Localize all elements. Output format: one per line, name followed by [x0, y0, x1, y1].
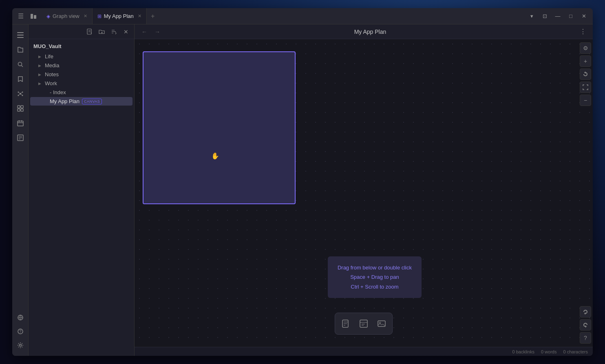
- svg-rect-2: [17, 32, 24, 33]
- new-note-button[interactable]: [84, 27, 94, 37]
- svg-line-12: [18, 92, 20, 94]
- zoom-in-button[interactable]: +: [580, 55, 591, 67]
- minimize-button[interactable]: —: [552, 11, 563, 22]
- canvas-viewport[interactable]: ✋ Drag from below or double click Space …: [135, 39, 593, 347]
- sidebar-icon-publish[interactable]: [14, 311, 27, 324]
- back-button[interactable]: ←: [139, 27, 149, 37]
- svg-rect-3: [17, 35, 24, 35]
- word-count: 0 words: [541, 349, 557, 354]
- zoom-out-button[interactable]: −: [580, 95, 591, 106]
- add-card-button[interactable]: [355, 315, 372, 332]
- tab-graph-view[interactable]: ◈ Graph view ✕: [42, 8, 93, 24]
- svg-rect-45: [360, 320, 367, 327]
- svg-text:?: ?: [19, 329, 22, 334]
- canvas-settings-button[interactable]: ⚙: [580, 42, 591, 54]
- sidebar-icon-calendar[interactable]: [14, 117, 27, 130]
- undo-button[interactable]: [580, 306, 591, 318]
- sort-button[interactable]: [109, 27, 119, 37]
- graph-view-icon: ◈: [46, 13, 50, 19]
- sidebar-icon-pages[interactable]: [14, 131, 27, 144]
- svg-rect-16: [18, 106, 20, 108]
- close-panel-button[interactable]: ✕: [121, 27, 131, 37]
- title-bar-right: ▾ ⊡ — □ ✕: [523, 11, 593, 22]
- reset-zoom-button[interactable]: [580, 68, 591, 80]
- sidebar-icon-settings[interactable]: [14, 339, 27, 352]
- split-view-button[interactable]: ⊡: [539, 11, 550, 22]
- svg-rect-4: [17, 37, 24, 38]
- tree-item-life[interactable]: ▶ Life: [30, 52, 132, 61]
- close-button[interactable]: ✕: [578, 11, 590, 22]
- tree-item-work[interactable]: ▶ Work: [30, 79, 132, 88]
- svg-rect-20: [18, 121, 23, 126]
- tree-label-notes: Notes: [45, 71, 59, 77]
- files-icon[interactable]: [28, 10, 38, 23]
- editor-title: My App Plan: [166, 29, 575, 35]
- fit-view-button[interactable]: [580, 82, 591, 93]
- tooltip-line1: Drag from below or double click: [338, 263, 412, 272]
- backlinks-count: 0 backlinks: [512, 349, 534, 354]
- sidebar-icon-bookmarks[interactable]: [14, 73, 27, 86]
- svg-point-32: [19, 344, 21, 346]
- add-media-button[interactable]: [373, 315, 390, 332]
- toggle-sidebar-icon[interactable]: ☰: [15, 10, 26, 23]
- tab-my-app-plan-label: My App Plan: [104, 13, 134, 19]
- tooltip-line3: Ctrl + Scroll to zoom: [338, 282, 412, 291]
- tree-item-index[interactable]: ▶ - Index: [30, 88, 132, 97]
- svg-rect-17: [21, 106, 23, 108]
- sidebar-icon-graph[interactable]: [14, 87, 27, 100]
- tab-list-button[interactable]: ▾: [526, 11, 537, 22]
- editor-menu-button[interactable]: ⋮: [578, 27, 588, 37]
- file-panel-toolbar: ✕: [29, 24, 134, 39]
- svg-line-14: [18, 94, 20, 95]
- sidebar-icon-bar: ?: [12, 24, 29, 356]
- svg-rect-1: [34, 15, 36, 19]
- sidebar-icon-canvas[interactable]: [14, 102, 27, 115]
- tree-arrow-media: ▶: [38, 64, 44, 68]
- svg-rect-0: [31, 14, 33, 19]
- title-bar-left: ☰: [12, 9, 42, 24]
- char-count: 0 characters: [563, 349, 588, 354]
- sidebar-icon-search[interactable]: [14, 58, 27, 71]
- tree-label-work: Work: [45, 80, 57, 86]
- forward-button[interactable]: →: [152, 27, 162, 37]
- canvas-help-button[interactable]: ?: [580, 332, 591, 344]
- tab-my-app-plan-close[interactable]: ✕: [138, 13, 141, 19]
- canvas-badge: CANVAS: [82, 99, 102, 104]
- tree-label-media: Media: [45, 62, 59, 68]
- tab-graph-view-close[interactable]: ✕: [84, 13, 87, 19]
- svg-rect-19: [21, 109, 23, 111]
- sidebar-icon-files[interactable]: [14, 43, 27, 56]
- canvas-tooltip: Drag from below or double click Space + …: [328, 256, 422, 298]
- file-panel: ✕ MUO_Vault ▶ Life ▶ Media ▶ Notes: [29, 24, 135, 356]
- tree-arrow-life: ▶: [38, 55, 44, 59]
- tree-item-media[interactable]: ▶ Media: [30, 61, 132, 70]
- maximize-button[interactable]: □: [565, 11, 576, 22]
- tree-label-life: Life: [45, 53, 53, 60]
- file-tree: MUO_Vault ▶ Life ▶ Media ▶ Notes: [29, 39, 134, 356]
- vault-name: MUO_Vault: [29, 41, 134, 52]
- tab-graph-view-label: Graph view: [53, 13, 79, 19]
- add-tab-button[interactable]: +: [147, 10, 159, 22]
- sidebar-icon-toggle[interactable]: [14, 29, 27, 42]
- svg-point-5: [18, 62, 22, 66]
- add-note-button[interactable]: [338, 315, 354, 332]
- tree-label-my-app-plan: My App Plan: [50, 98, 79, 104]
- tab-my-app-plan[interactable]: ⊞ My App Plan ✕: [93, 8, 147, 24]
- editor-toolbar: ← → My App Plan ⋮: [135, 24, 593, 39]
- svg-line-15: [20, 94, 22, 95]
- main-content: ? ✕ MUO_Vault: [12, 24, 593, 356]
- canvas-card[interactable]: [143, 51, 296, 204]
- new-folder-button[interactable]: [97, 27, 106, 37]
- tree-label-index: - Index: [50, 89, 66, 95]
- tree-item-my-app-plan[interactable]: ▶ My App Plan CANVAS: [30, 97, 132, 106]
- tree-item-notes[interactable]: ▶ Notes: [30, 70, 132, 79]
- tree-arrow-notes: ▶: [38, 73, 44, 77]
- sidebar-icons-bottom: ?: [14, 310, 27, 353]
- redo-button[interactable]: [580, 319, 591, 331]
- svg-rect-49: [378, 321, 385, 326]
- sidebar-icon-help[interactable]: ?: [14, 325, 27, 338]
- svg-rect-18: [18, 109, 20, 111]
- tooltip-line2: Space + Drag to pan: [338, 272, 412, 282]
- title-bar: ☰ ◈ Graph view ✕ ⊞ My App Plan ✕ +: [12, 8, 593, 24]
- tree-arrow-work: ▶: [38, 82, 44, 86]
